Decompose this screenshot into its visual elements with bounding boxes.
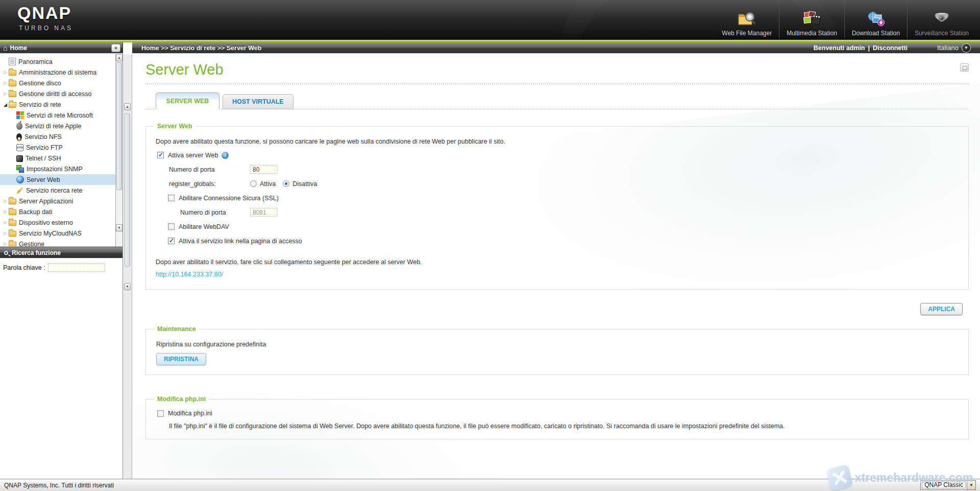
sidebar-item-label: Servizio di rete <box>19 101 61 108</box>
sidebar-item-servizi-di-rete-apple[interactable]: Servizi di rete Apple <box>0 121 122 131</box>
maintenance-text: Ripristina su configurazione predefinita <box>156 341 961 348</box>
breadcrumb-bar: Home >> Servizio di rete >> Server Web B… <box>132 42 980 54</box>
breadcrumb: Home >> Servizio di rete >> Server Web <box>141 44 261 52</box>
sidebar-item-label: Servizio ricerca rete <box>26 187 82 194</box>
app-header: QNAP TURBO NAS Web File Manager <box>0 0 980 40</box>
port-label: Numero di porta <box>169 166 215 173</box>
expand-arrow-icon[interactable]: ▷ <box>2 209 9 214</box>
download-station-icon <box>866 11 886 29</box>
info-icon[interactable]: i <box>222 152 229 159</box>
panel-splitter[interactable]: ▲ ▼ <box>123 54 132 479</box>
sidebar-item-servizio-ftp[interactable]: FTPServizio FTP <box>0 142 122 153</box>
search-panel-header[interactable]: Ricerca funzione <box>0 247 122 258</box>
sidebar: Panoramica▷Amministrazione di sistema▷Ge… <box>0 54 123 479</box>
copyright-text: QNAP Systems, Inc. Tutti i diritti riser… <box>4 482 114 489</box>
splitter-down-icon[interactable]: ▼ <box>124 283 131 290</box>
sidebar-item-panoramica[interactable]: Panoramica <box>0 56 122 67</box>
qnap-logo: QNAP <box>17 3 71 23</box>
expand-arrow-icon[interactable]: ▷ <box>2 91 9 96</box>
station-download[interactable]: Download Station <box>844 2 907 38</box>
scroll-down-icon[interactable]: ▼ <box>116 224 122 231</box>
tab-server-web[interactable]: SERVER WEB <box>156 92 219 109</box>
title-divider <box>145 83 969 84</box>
ftp-icon: FTP <box>16 144 23 151</box>
php-ini-checkbox[interactable] <box>157 410 164 417</box>
sidebar-item-servizio-di-rete[interactable]: ◢Servizio di rete <box>0 99 122 110</box>
sidebar-item-label: Telnet / SSH <box>26 155 61 162</box>
sidebar-item-label: Impostazioni SNMP <box>27 166 83 173</box>
link-service-checkbox[interactable] <box>168 238 175 244</box>
sidebar-item-servizio-ricerca-rete[interactable]: Servizio ricerca rete <box>0 185 122 196</box>
sidebar-item-servizio-mycloudnas[interactable]: ▷Servizio MyCloudNAS <box>0 228 122 239</box>
webdav-label: Abilitare WebDAV <box>179 223 229 230</box>
expand-arrow-icon[interactable]: ▷ <box>2 199 9 203</box>
restore-button[interactable]: RIPRISTINA <box>156 353 206 365</box>
enable-webserver-checkbox[interactable] <box>157 152 164 158</box>
sidebar-item-dispositivo-esterno[interactable]: ▷Dispositivo esterno <box>0 217 122 228</box>
sidebar-item-label: Gestione diritti di accesso <box>19 90 91 98</box>
ssl-checkbox[interactable] <box>168 195 175 201</box>
expand-arrow-icon[interactable]: ▷ <box>2 242 9 246</box>
expand-arrow-icon[interactable]: ▷ <box>2 231 9 236</box>
sidebar-item-label: Servizio FTP <box>26 144 63 151</box>
surveillance-station-icon <box>932 11 951 29</box>
theme-select[interactable]: QNAP Classic ▼ <box>920 480 976 490</box>
register-globals-enable-radio[interactable] <box>250 180 257 187</box>
ssl-port-input[interactable] <box>250 208 278 217</box>
telnet-icon <box>16 155 23 162</box>
sidebar-collapse-button[interactable]: « <box>111 44 120 52</box>
webdav-checkbox[interactable] <box>168 223 175 230</box>
station-multimedia[interactable]: Multimedia Station <box>779 2 844 38</box>
sidebar-item-telnet-ssh[interactable]: Telnet / SSH <box>0 153 122 163</box>
sidebar-item-impostazioni-snmp[interactable]: Impostazioni SNMP <box>0 163 122 174</box>
scrollbar-thumb[interactable] <box>116 62 122 190</box>
expand-arrow-icon[interactable]: ▷ <box>2 70 9 75</box>
sidebar-item-label: Servizi di rete Apple <box>25 123 81 130</box>
sidebar-item-servizio-nfs[interactable]: Servizio NFS <box>0 131 122 142</box>
sidebar-item-backup-dati[interactable]: ▷Backup dati <box>0 206 122 217</box>
splitter-thumb[interactable] <box>125 113 130 267</box>
sidebar-item-gestione-disco[interactable]: ▷Gestione disco <box>0 78 122 88</box>
sidebar-item-servizi-di-rete-microsoft[interactable]: Servizi di rete Microsoft <box>0 110 122 121</box>
page-title: Server Web <box>145 61 969 78</box>
splitter-up-icon[interactable]: ▲ <box>124 103 131 110</box>
port-input[interactable] <box>250 165 278 174</box>
expand-arrow-icon[interactable]: ▷ <box>2 81 9 85</box>
sidebar-scrollbar[interactable]: ▲ ▼ <box>115 54 122 247</box>
web-file-manager-icon <box>737 11 756 29</box>
sidebar-item-label: Amministrazione di sistema <box>19 69 96 76</box>
sidebar-item-gestione[interactable]: ▷Gestione <box>0 239 122 247</box>
scroll-up-icon[interactable]: ▲ <box>116 54 122 61</box>
keyword-label: Parola chiave : <box>3 264 45 271</box>
expand-arrow-icon[interactable]: ▷ <box>2 220 9 225</box>
station-web-file-manager[interactable]: Web File Manager <box>715 2 779 38</box>
folder-icon <box>9 70 16 76</box>
language-dropdown-icon[interactable]: ▼ <box>962 43 971 53</box>
folder-icon <box>9 91 16 97</box>
sidebar-item-amministrazione-di-sistema[interactable]: ▷Amministrazione di sistema <box>0 67 122 78</box>
logo-tagline: TURBO NAS <box>19 25 73 32</box>
sidebar-item-label: Panoramica <box>18 58 53 65</box>
php-ini-description: Il file "php.ini" è il file di configura… <box>169 423 961 430</box>
logout-link[interactable]: Disconnetti <box>873 44 908 52</box>
sidebar-item-server-web[interactable]: Server Web <box>0 174 122 185</box>
sidebar-header: ⌂ Home « <box>0 42 123 54</box>
divider: | <box>868 44 870 52</box>
radio-disable-label: Disattiva <box>292 180 317 188</box>
nav-tree-wrap: Panoramica▷Amministrazione di sistema▷Ge… <box>0 54 122 247</box>
sidebar-item-label: Backup dati <box>19 208 52 216</box>
tab-host-virtuale[interactable]: HOST VIRTUALE <box>223 94 293 109</box>
search-icon <box>4 251 8 255</box>
access-hint: Dopo aver abilitato il servizio, fare cl… <box>156 259 961 266</box>
register-globals-disable-radio[interactable] <box>283 180 289 187</box>
overview-icon <box>9 58 16 65</box>
sidebar-item-gestione-diritti-di-accesso[interactable]: ▷Gestione diritti di accesso <box>0 88 122 99</box>
footer: QNAP Systems, Inc. Tutti i diritti riser… <box>0 479 980 491</box>
station-surveillance[interactable]: Surveillance Station <box>907 2 976 38</box>
collapse-arrow-icon[interactable]: ◢ <box>2 102 9 107</box>
keyword-input[interactable] <box>48 263 105 272</box>
sidebar-item-server-applicazioni[interactable]: ▷Server Applicazioni <box>0 196 122 206</box>
webserver-link[interactable]: http://10.164.233.37:80/ <box>156 271 223 278</box>
search-panel-title: Ricerca funzione <box>12 249 61 256</box>
apply-button[interactable]: APPLICA <box>920 303 963 315</box>
